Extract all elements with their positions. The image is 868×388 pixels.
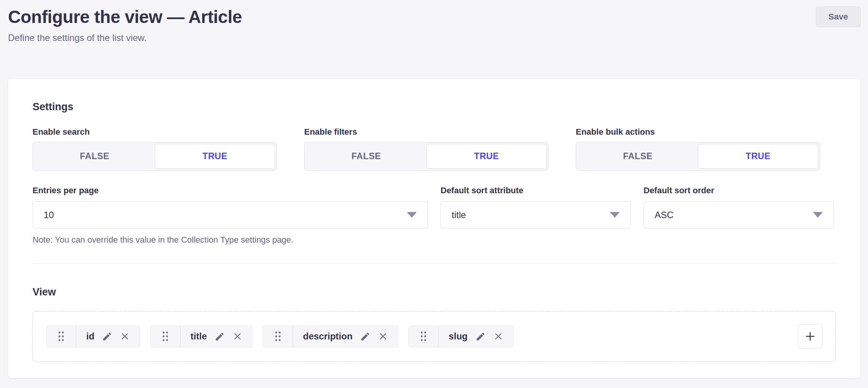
remove-field-button[interactable] [378,331,388,341]
plus-icon [804,330,816,342]
select-value: ASC [655,210,673,220]
select-value: 10 [44,210,54,220]
field-pill-slug[interactable]: slug [408,326,513,347]
chevron-down-icon [610,212,620,218]
section-divider [33,263,836,264]
edit-field-button[interactable] [102,331,112,342]
pill-body: description [293,326,398,347]
toggle-group-enable-search: FALSE TRUE [33,142,277,171]
drag-handle[interactable] [263,326,293,347]
pill-label: slug [449,331,467,342]
drag-handle-icon [162,331,169,342]
pill-body: id [76,326,140,347]
save-button[interactable]: Save [816,7,861,27]
toggle-group-enable-filters: FALSE TRUE [304,142,549,171]
field-label: Enable filters [304,127,549,137]
edit-field-button[interactable] [215,331,225,342]
drag-handle-icon [420,331,427,342]
field-label: Entries per page [33,186,428,196]
pill-label: title [190,331,207,342]
pencil-icon [102,331,112,342]
toggle-option-true[interactable]: TRUE [155,144,275,169]
edit-field-button[interactable] [360,331,370,342]
select-field-default-sort-attribute: Default sort attribute title [441,186,631,228]
field-label: Enable bulk actions [576,127,820,137]
field-pill-description[interactable]: description [263,326,398,347]
toggle-option-true[interactable]: TRUE [698,144,818,169]
select-field-default-sort-order: Default sort order ASC [644,186,834,228]
drag-handle[interactable] [46,326,76,347]
pencil-icon [475,331,486,342]
pill-body: slug [439,326,513,347]
close-icon [233,331,242,341]
drag-handle[interactable] [151,326,180,347]
field-label: Default sort attribute [441,186,631,196]
toggles-row: Enable search FALSE TRUE Enable filters … [33,127,836,171]
close-icon [378,331,388,341]
field-pill-id[interactable]: id [46,326,140,347]
field-pill-title[interactable]: title [150,326,253,347]
view-section-title: View [33,286,836,298]
remove-field-button[interactable] [233,331,242,341]
drag-handle[interactable] [409,326,439,347]
select-field-entries-per-page: Entries per page 10 Note: You can overri… [33,186,428,245]
drag-handle-icon [274,331,282,342]
close-icon [120,331,130,341]
toggle-field-enable-bulk-actions: Enable bulk actions FALSE TRUE [576,127,820,171]
pill-label: id [86,331,94,342]
field-pills: id [46,326,514,347]
page-header: Configure the view — Article Define the … [0,0,868,44]
drag-handle-icon [57,331,65,342]
field-list: id [33,311,836,362]
close-icon [493,331,503,341]
pill-body: title [180,326,252,347]
toggle-option-false[interactable]: FALSE [306,144,426,169]
chevron-down-icon [813,212,823,218]
toggle-field-enable-search: Enable search FALSE TRUE [33,127,277,171]
default-sort-attribute-select[interactable]: title [441,201,631,228]
field-note: Note: You can override this value in the… [33,235,428,245]
pencil-icon [360,331,370,342]
add-field-button[interactable] [798,324,822,349]
toggle-field-enable-filters: Enable filters FALSE TRUE [304,127,549,171]
selects-row: Entries per page 10 Note: You can overri… [33,186,836,245]
page-title: Configure the view — Article [8,6,860,28]
default-sort-order-select[interactable]: ASC [644,201,834,228]
settings-section-title: Settings [33,101,836,113]
pencil-icon [215,331,225,342]
page-subtitle: Define the settings of the list view. [8,32,860,44]
edit-field-button[interactable] [475,331,486,342]
pill-label: description [303,331,352,342]
field-label: Default sort order [644,186,834,196]
select-value: title [452,210,466,220]
entries-per-page-select[interactable]: 10 [33,201,428,228]
toggle-option-false[interactable]: FALSE [34,144,155,169]
toggle-group-enable-bulk-actions: FALSE TRUE [576,142,820,171]
settings-card: Settings Enable search FALSE TRUE Enable… [8,79,860,378]
field-label: Enable search [33,127,277,137]
remove-field-button[interactable] [493,331,503,341]
remove-field-button[interactable] [120,331,130,341]
chevron-down-icon [407,212,417,218]
toggle-option-true[interactable]: TRUE [426,144,547,169]
toggle-option-false[interactable]: FALSE [578,144,698,169]
